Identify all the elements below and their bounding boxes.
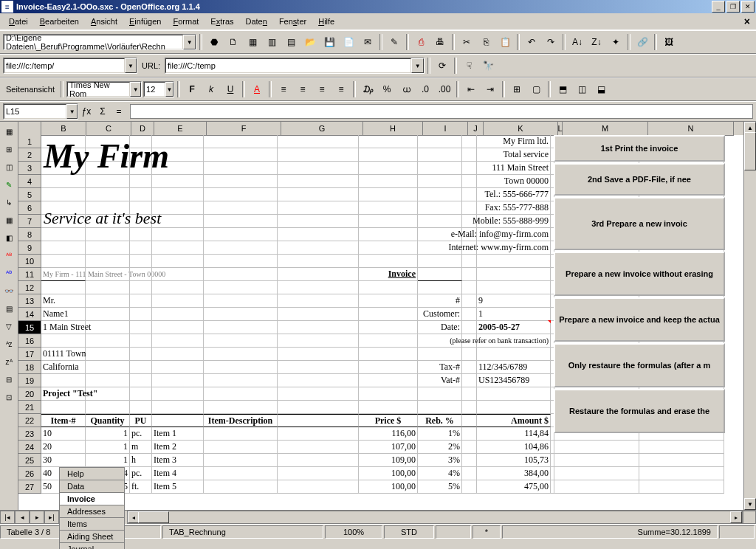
cell[interactable]	[554, 480, 639, 494]
cell[interactable]	[130, 308, 152, 321]
macro-button-5[interactable]: Only restaure the formulas (after a m	[554, 343, 725, 387]
minimize-button[interactable]: _	[712, 1, 725, 13]
col-header-K[interactable]: K	[484, 122, 558, 136]
cell[interactable]: Customer:	[418, 308, 462, 321]
scroll-right-icon[interactable]: ▸	[730, 511, 742, 523]
cell[interactable]: Item-#	[41, 414, 86, 427]
cell[interactable]	[152, 241, 204, 255]
doc-close-button[interactable]: ×	[741, 15, 753, 27]
align-right-icon[interactable]: ≡	[313, 80, 331, 98]
cell[interactable]	[359, 348, 418, 361]
tab-next-icon[interactable]: ▸	[30, 511, 44, 524]
navigator-icon[interactable]: ✦	[607, 33, 625, 51]
cell[interactable]	[41, 148, 86, 162]
cell[interactable]	[359, 321, 418, 334]
cell[interactable]	[86, 361, 130, 374]
cell[interactable]: 100,00	[359, 467, 418, 480]
cell[interactable]	[41, 334, 86, 348]
cell[interactable]	[152, 201, 204, 215]
menu-fenster[interactable]: Fenster	[273, 15, 312, 27]
cell[interactable]	[278, 268, 359, 281]
row-header[interactable]: 27	[18, 480, 41, 494]
cell[interactable]	[477, 348, 551, 361]
cell[interactable]: 1	[86, 427, 130, 441]
cell[interactable]	[462, 467, 477, 480]
cell[interactable]	[278, 135, 359, 148]
cell[interactable]	[86, 348, 130, 361]
cell[interactable]: Price $	[359, 414, 418, 427]
sortza-icon[interactable]: zᴬ	[1, 353, 17, 370]
cell[interactable]	[152, 148, 204, 162]
cell[interactable]	[152, 348, 204, 361]
cell[interactable]	[462, 374, 477, 387]
menu-datei[interactable]: Datei	[3, 15, 34, 27]
cell[interactable]: Fax: 555-777-888	[477, 201, 551, 215]
cell[interactable]	[462, 175, 477, 188]
cell[interactable]	[278, 427, 359, 441]
col-header-B[interactable]: B	[41, 122, 86, 136]
cell[interactable]	[462, 162, 477, 175]
cell[interactable]	[278, 188, 359, 201]
row-header[interactable]: 23	[18, 427, 41, 441]
cell[interactable]: Total service	[477, 148, 551, 162]
cell[interactable]	[278, 441, 359, 454]
cell[interactable]	[204, 374, 278, 387]
cell[interactable]	[639, 454, 724, 467]
spellcheck-icon[interactable]: ᴬᴮ	[1, 247, 17, 263]
cell[interactable]	[204, 201, 278, 215]
cell[interactable]: 9	[477, 294, 551, 308]
col-header-G[interactable]: G	[281, 122, 363, 136]
cell[interactable]	[359, 374, 418, 387]
cell[interactable]: 112/345/6789	[477, 361, 551, 374]
cell[interactable]	[86, 228, 130, 241]
bold-button[interactable]: F	[183, 80, 201, 98]
cell[interactable]	[152, 255, 204, 268]
cell[interactable]	[86, 401, 130, 414]
grid[interactable]: BCDEFGHIJKLMN My Firm Service at it's be…	[18, 122, 743, 510]
cell[interactable]: pc.	[130, 427, 152, 441]
cell[interactable]	[130, 255, 152, 268]
cell[interactable]	[86, 308, 130, 321]
cell[interactable]	[41, 188, 86, 201]
scroll-down-icon[interactable]: ▼	[744, 498, 756, 510]
cell[interactable]	[152, 268, 204, 281]
bgcolor-icon[interactable]: ▢	[527, 80, 545, 98]
cell[interactable]: California	[41, 361, 86, 374]
cell[interactable]	[152, 334, 204, 348]
row-header[interactable]: 19	[18, 374, 41, 387]
cell[interactable]: 105,73	[477, 454, 551, 467]
cell[interactable]	[86, 281, 130, 294]
cell[interactable]	[204, 148, 278, 162]
cell[interactable]	[462, 188, 477, 201]
cell[interactable]	[86, 374, 130, 387]
cell[interactable]: 114,84	[477, 427, 551, 441]
cell[interactable]: Name1	[41, 308, 86, 321]
cell[interactable]	[204, 135, 278, 148]
cell[interactable]	[130, 361, 152, 374]
cell[interactable]	[554, 467, 639, 480]
cell[interactable]: 01111 Town	[41, 348, 86, 361]
cell[interactable]	[639, 467, 724, 480]
cell[interactable]: 20	[41, 441, 86, 454]
cell[interactable]: Item 3	[152, 454, 204, 467]
cell[interactable]	[278, 308, 359, 321]
percent-icon[interactable]: %	[378, 80, 396, 98]
macro-button-3[interactable]: Prepare a new invoice without erasing	[554, 252, 725, 296]
sort-desc-icon[interactable]: Z↓	[588, 33, 605, 51]
menu-extras[interactable]: Extras	[205, 15, 239, 27]
cell[interactable]	[204, 401, 278, 414]
cell[interactable]	[477, 281, 551, 294]
menu-bearbeiten[interactable]: Bearbeiten	[34, 15, 85, 27]
cell[interactable]: 107,00	[359, 441, 418, 454]
cell[interactable]	[477, 268, 551, 281]
cut-icon[interactable]: ✂	[458, 33, 475, 51]
cell[interactable]	[41, 135, 86, 148]
gallery-icon[interactable]: 🖼	[660, 33, 678, 51]
cell[interactable]	[418, 281, 462, 294]
cell[interactable]	[462, 294, 477, 308]
cell[interactable]	[41, 255, 86, 268]
cell[interactable]	[152, 321, 204, 334]
cell[interactable]	[86, 241, 130, 255]
align-justify-icon[interactable]: ≡	[332, 80, 350, 98]
cell[interactable]	[86, 321, 130, 334]
